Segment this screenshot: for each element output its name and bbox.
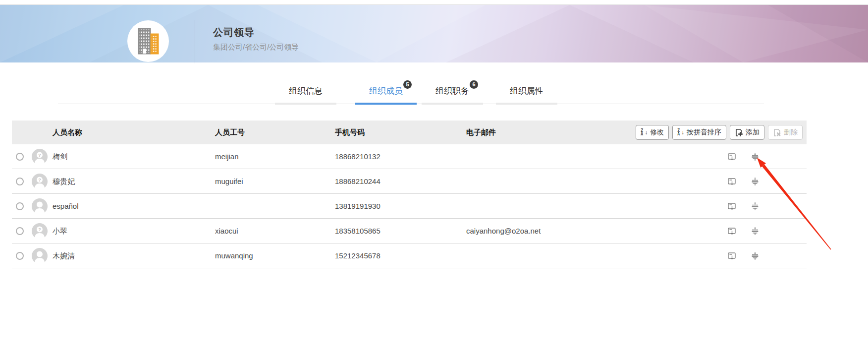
person-avatar-icon: ? — [32, 149, 48, 165]
move-to-window-icon[interactable] — [727, 202, 736, 211]
table-row: ? 梅剑 meijian 18868210132 — [12, 144, 807, 169]
cell-mobile: 18358105865 — [335, 219, 380, 243]
down-arrow-icon: ↓ — [681, 129, 684, 135]
move-to-window-icon[interactable] — [727, 177, 736, 186]
svg-text:?: ? — [38, 227, 41, 232]
person-avatar-icon: ? — [32, 223, 48, 239]
cell-employee-id: xiaocui — [215, 219, 238, 243]
table-header: 人员名称 人员工号 手机号码 电子邮件 ZA↓ 修改 ZA↓ 按拼音排序 — [12, 121, 807, 144]
tab-org-info[interactable]: 组织信息 — [275, 74, 336, 105]
move-to-window-icon[interactable] — [727, 227, 736, 236]
members-table: 人员名称 人员工号 手机号码 电子邮件 ZA↓ 修改 ZA↓ 按拼音排序 — [12, 121, 807, 268]
sort-order-icon[interactable] — [751, 177, 760, 186]
breadcrumb: 集团公司/省公司/公司领导 — [213, 43, 299, 52]
person-avatar-icon: ? — [32, 174, 48, 189]
tab-label: 组织职务 — [435, 74, 469, 97]
row-select-radio[interactable] — [16, 202, 24, 210]
cell-person-name: 木婉清 — [53, 243, 75, 268]
add-document-icon — [735, 128, 743, 137]
table-row: ? 穆贵妃 muguifei 18868210244 — [12, 169, 807, 194]
tab-label: 组织信息 — [289, 74, 323, 97]
delete-document-icon — [773, 128, 781, 137]
row-select-radio[interactable] — [16, 178, 24, 185]
col-header-employee-id: 人员工号 — [215, 121, 245, 144]
row-select-radio[interactable] — [16, 252, 24, 260]
sort-az-icon: ZA — [677, 129, 680, 136]
sort-order-icon[interactable] — [751, 227, 760, 236]
building-icon — [135, 28, 161, 55]
sort-az-icon: ZA — [641, 129, 643, 136]
organization-avatar — [127, 20, 169, 62]
sort-pinyin-button-label: 按拼音排序 — [687, 128, 721, 137]
toolbar: ZA↓ 修改 ZA↓ 按拼音排序 添加 — [636, 125, 803, 140]
cell-mobile: 18868210132 — [335, 144, 380, 169]
cell-person-name: 梅剑 — [53, 144, 67, 169]
tab-label: 组织成员 — [369, 74, 403, 97]
top-strip — [0, 0, 868, 4]
banner-divider — [195, 20, 195, 63]
tab-org-members[interactable]: 组织成员 5 — [355, 74, 417, 105]
cell-person-name: 穆贵妃 — [53, 169, 75, 194]
cell-email: caiyanhong@o2oa.net — [466, 219, 541, 243]
table-row: ? 木婉清 muwanqing 15212345678 — [12, 243, 807, 268]
col-header-person-name: 人员名称 — [53, 121, 82, 144]
modify-button[interactable]: ZA↓ 修改 — [636, 125, 669, 140]
table-body: ? 梅剑 meijian 18868210132 — [12, 144, 807, 268]
add-button[interactable]: 添加 — [730, 125, 764, 140]
sort-order-icon[interactable] — [751, 251, 760, 260]
cell-mobile: 13819191930 — [335, 194, 380, 219]
col-header-email: 电子邮件 — [466, 121, 496, 144]
tab-org-duties[interactable]: 组织职务 6 — [422, 74, 483, 105]
cell-mobile: 15212345678 — [335, 243, 380, 268]
table-row: ? 小翠 xiaocui 18358105865 caiyanhong@o2oa… — [12, 219, 807, 243]
banner: 公司领导 集团公司/省公司/公司领导 — [0, 5, 868, 62]
col-header-mobile: 手机号码 — [335, 121, 365, 144]
down-arrow-icon: ↓ — [645, 129, 648, 135]
tab-badge: 5 — [403, 80, 412, 89]
sort-order-icon[interactable] — [751, 152, 760, 161]
svg-text:?: ? — [38, 153, 41, 158]
row-select-radio[interactable] — [16, 227, 24, 235]
modify-button-label: 修改 — [650, 128, 664, 137]
move-to-window-icon[interactable] — [727, 251, 736, 260]
move-to-window-icon[interactable] — [727, 152, 736, 161]
cell-person-name: español — [53, 194, 79, 219]
add-button-label: 添加 — [746, 128, 760, 137]
tab-org-attributes[interactable]: 组织属性 — [496, 74, 557, 105]
cell-person-name: 小翠 — [53, 219, 67, 243]
cell-employee-id: muwanqing — [215, 243, 253, 268]
sort-order-icon[interactable] — [751, 202, 760, 211]
org-member-page: 公司领导 集团公司/省公司/公司领导 组织信息 组织成员 5 组织职务 6 组织… — [0, 0, 868, 363]
table-row: ? español 13819191930 — [12, 194, 807, 219]
row-select-radio[interactable] — [16, 153, 24, 161]
person-avatar-icon: ? — [32, 198, 48, 214]
cell-employee-id: muguifei — [215, 169, 243, 194]
tab-label: 组织属性 — [510, 74, 543, 97]
svg-text:?: ? — [38, 178, 41, 182]
cell-employee-id: meijian — [215, 144, 239, 169]
tab-badge: 6 — [470, 80, 478, 89]
sort-pinyin-button[interactable]: ZA↓ 按拼音排序 — [672, 125, 726, 140]
delete-button[interactable]: 删除 — [768, 125, 803, 140]
delete-button-label: 删除 — [784, 128, 798, 137]
page-title: 公司领导 — [213, 26, 255, 39]
cell-mobile: 18868210244 — [335, 169, 380, 194]
person-avatar-icon: ? — [32, 248, 48, 264]
